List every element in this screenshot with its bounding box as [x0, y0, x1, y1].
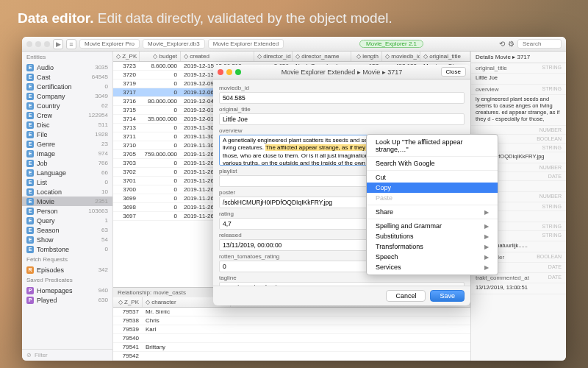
- column-header[interactable]: ◇ director_name: [293, 52, 351, 61]
- sidebar-item-company[interactable]: ECompany3049: [22, 91, 112, 101]
- sidebar-item-episodes[interactable]: REpisodes342: [22, 265, 112, 275]
- sidebar-item-job[interactable]: EJob766: [22, 158, 112, 168]
- column-header[interactable]: ◇ Z_PK: [113, 52, 140, 61]
- column-header[interactable]: ◇ created: [181, 52, 254, 61]
- sidebar-item-movie[interactable]: EMovie2351: [22, 197, 112, 206]
- sidebar-item-label: Country: [37, 102, 60, 110]
- sidebar-item-label: Homepages: [37, 287, 73, 294]
- sidebar-item-country[interactable]: ECountry62: [22, 101, 112, 110]
- refresh-icon[interactable]: ⟲: [499, 40, 505, 48]
- context-menu-item: Paste: [367, 193, 498, 203]
- sidebar-item-location[interactable]: ELocation10: [22, 187, 112, 197]
- entity-icon: E: [26, 227, 34, 234]
- sidebar-item-genre[interactable]: EGenre23: [22, 139, 112, 149]
- table-row[interactable]: 79537Mr. Simic: [113, 308, 470, 316]
- detail-field-type: STRING: [542, 86, 562, 93]
- table-row[interactable]: 79542: [113, 352, 470, 361]
- context-menu-item[interactable]: Share▶: [367, 207, 498, 217]
- column-header[interactable]: ◇ budget: [140, 52, 181, 61]
- table-row[interactable]: 79540: [113, 334, 470, 343]
- entity-icon: P: [26, 297, 34, 304]
- sidebar-item-count: 974: [98, 150, 108, 157]
- column-header[interactable]: ◇ original_title: [420, 52, 470, 61]
- sidebar-item-count: 103663: [88, 208, 108, 214]
- table-row[interactable]: 79538Chris: [113, 316, 470, 325]
- table-row[interactable]: 79539Karl: [113, 325, 470, 334]
- sidebar-section-header: Entities: [22, 52, 112, 63]
- sidebar-item-count: 940: [98, 287, 108, 294]
- breadcrumb-app[interactable]: Movie Explorer Pro: [79, 39, 140, 49]
- entity-icon: E: [26, 188, 34, 196]
- table-row[interactable]: 79541Brittany: [113, 343, 470, 352]
- sidebar-item-tombstone[interactable]: ETombstone0: [22, 244, 112, 254]
- sidebar-item-certification[interactable]: ECertification0: [22, 82, 112, 91]
- column-header[interactable]: ◇ moviedb_id: [382, 52, 420, 61]
- sidebar-filter[interactable]: ⊘Filter: [22, 349, 112, 361]
- column-header[interactable]: ◇ Z_PK: [113, 297, 143, 307]
- sidebar-item-list[interactable]: EList0: [22, 177, 112, 187]
- context-menu-item[interactable]: Look Up "The afflicted appear strange,…": [367, 137, 498, 155]
- context-menu-item[interactable]: Transformations▶: [367, 241, 498, 252]
- chevron-right-icon: ▶: [484, 223, 489, 230]
- context-menu-item[interactable]: Cut: [367, 172, 498, 183]
- column-header[interactable]: ◇ director_id: [254, 52, 293, 61]
- play-icon[interactable]: ▶: [53, 39, 63, 49]
- sidebar-item-count: 630: [98, 297, 108, 303]
- gear-icon[interactable]: ⚙: [508, 40, 514, 48]
- breadcrumb-db[interactable]: Movie_Explorer.db3: [143, 39, 205, 49]
- sidebar-item-cast[interactable]: ECast64545: [22, 72, 112, 82]
- sidebar-item-count: 3049: [95, 93, 108, 99]
- menu-icon[interactable]: ≡: [66, 39, 76, 49]
- traffic-lights[interactable]: [218, 69, 241, 75]
- context-menu-item[interactable]: Spelling and Grammar▶: [367, 221, 498, 231]
- context-menu-item[interactable]: Services▶: [367, 262, 498, 272]
- sidebar-item-language[interactable]: ELanguage66: [22, 168, 112, 177]
- sidebar-item-label: List: [37, 179, 47, 186]
- sidebar-item-file[interactable]: EFile1928: [22, 130, 112, 139]
- sidebar-item-count: 64545: [92, 74, 108, 80]
- detail-field-type: STRING: [542, 233, 562, 239]
- sidebar-item-image[interactable]: EImage974: [22, 149, 112, 158]
- context-menu-item[interactable]: Speech▶: [367, 252, 498, 262]
- version-pill: Movie_Explorer 2.1: [359, 40, 423, 48]
- sidebar-item-count: 0: [105, 246, 108, 252]
- context-menu-item[interactable]: Substitutions▶: [367, 231, 498, 241]
- tagline-field[interactable]: [219, 282, 465, 286]
- detail-field-type: STRING: [542, 204, 562, 209]
- sidebar-item-label: Disc: [37, 121, 50, 129]
- chevron-right-icon: ▶: [484, 209, 489, 216]
- sidebar-item-query[interactable]: EQuery1: [22, 216, 112, 225]
- search-input[interactable]: [517, 39, 562, 49]
- sidebar-item-count: 1928: [95, 131, 108, 138]
- sidebar-item-homepages[interactable]: PHomepages940: [22, 286, 112, 295]
- moviedb_id-field[interactable]: [219, 92, 465, 104]
- entity-icon: E: [26, 112, 34, 119]
- sidebar-item-count: 122954: [88, 112, 108, 118]
- sidebar-item-count: 0: [105, 83, 108, 90]
- detail-field-type: STRING: [542, 224, 562, 229]
- sidebar-item-crew[interactable]: ECrew122954: [22, 110, 112, 120]
- save-button[interactable]: Save: [430, 290, 465, 302]
- sidebar-item-count: 0: [105, 179, 108, 185]
- sidebar-item-show[interactable]: EShow54: [22, 235, 112, 244]
- sidebar-section-header: Saved Predicates: [22, 275, 112, 286]
- chevron-right-icon: ▶: [484, 264, 489, 271]
- sidebar-item-person[interactable]: EPerson103663: [22, 206, 112, 216]
- breadcrumb-model[interactable]: Movie Explorer Extended: [208, 39, 284, 49]
- detail-field-label: overview: [476, 86, 499, 93]
- cancel-button[interactable]: Cancel: [386, 290, 426, 302]
- context-menu-item[interactable]: Search With Google: [367, 158, 498, 169]
- field-label: tagline: [219, 275, 465, 281]
- sidebar-item-audio[interactable]: EAudio3035: [22, 63, 112, 72]
- close-button[interactable]: Close: [441, 67, 466, 77]
- grid-header[interactable]: ◇ Z_PK◇ budget◇ created◇ director_id◇ di…: [113, 52, 470, 62]
- original_title-field[interactable]: [219, 113, 465, 125]
- column-header[interactable]: ◇ length: [351, 52, 382, 61]
- sidebar-item-label: Season: [37, 227, 60, 234]
- chevron-right-icon: ▶: [484, 233, 489, 240]
- sidebar-item-disc[interactable]: EDisc511: [22, 120, 112, 130]
- sidebar-item-season[interactable]: ESeason63: [22, 225, 112, 235]
- traffic-lights[interactable]: [26, 41, 50, 47]
- sidebar-item-played[interactable]: PPlayed630: [22, 295, 112, 305]
- context-menu-item[interactable]: Copy: [367, 183, 498, 193]
